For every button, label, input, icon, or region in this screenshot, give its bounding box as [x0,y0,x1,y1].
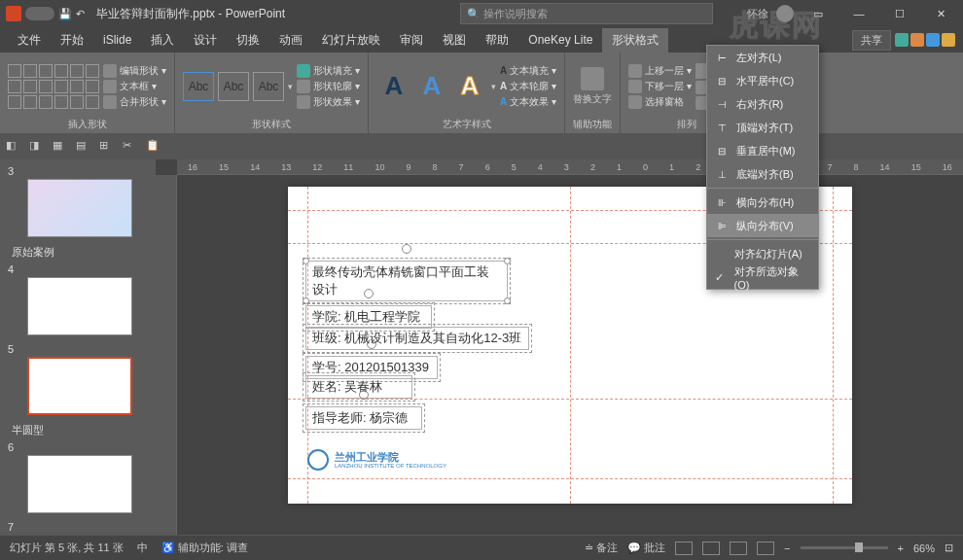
autosave-icon[interactable] [25,7,54,20]
qat-icon[interactable]: ▤ [76,139,91,155]
fit-to-window-icon[interactable]: ⊡ [945,542,953,554]
tab-onekey[interactable]: OneKey Lite [518,29,602,51]
align-center-h-item[interactable]: ⊟水平居中(C) [707,69,818,92]
sorter-view-icon[interactable] [702,542,720,555]
zoom-out-button[interactable]: − [784,542,790,554]
align-center-v-icon: ⊟ [715,144,729,158]
slide-counter[interactable]: 幻灯片 第 5 张, 共 11 张 [10,541,124,555]
align-to-slide-item[interactable]: 对齐幻灯片(A) [707,242,818,265]
shape-fill-button[interactable]: 形状填充 ▾ [297,64,360,78]
tab-slideshow[interactable]: 幻灯片放映 [312,28,390,52]
tab-file[interactable]: 文件 [8,28,51,52]
slide-thumbnail-panel[interactable]: 3 原始案例 4 5 半圆型 6 7 [0,159,156,535]
align-bottom-item[interactable]: ⊥底端对齐(B) [707,162,818,186]
save-icon[interactable]: 💾 [58,8,72,20]
rotate-handle-icon[interactable] [402,244,411,254]
tab-home[interactable]: 开始 [51,28,93,52]
edit-shape-button[interactable]: 编辑形状 ▾ [103,64,166,78]
tab-view[interactable]: 视图 [433,28,476,52]
shape-gallery[interactable] [8,64,99,109]
text-box[interactable]: 班级: 机械设计制造及其自动化12-3班 [305,327,529,350]
rotate-handle-icon[interactable] [367,339,376,349]
close-icon[interactable]: ✕ [924,0,957,27]
addon-icon[interactable] [910,33,924,47]
search-icon: 🔍 [467,8,481,20]
tab-animation[interactable]: 动画 [269,28,312,52]
text-fill-button[interactable]: A 文本填充 ▾ [500,64,556,78]
user-name[interactable]: 怀徐 [747,7,768,21]
tab-shape-format[interactable]: 形状格式 [602,28,668,52]
search-input[interactable]: 🔍 操作说明搜索 [460,3,713,24]
share-button[interactable]: 共享 [852,30,891,51]
rotate-handle-icon[interactable] [364,289,374,298]
align-center-v-item[interactable]: ⊟垂直居中(M) [707,139,818,162]
addon-icon[interactable] [942,33,955,47]
qat-icon[interactable]: ◨ [29,139,45,155]
distribute-v-item[interactable]: ⊫纵向分布(V) [707,214,818,237]
rotate-handle-icon[interactable] [359,390,369,400]
undo-icon[interactable]: ↶ [76,8,85,20]
addon-icon[interactable] [926,33,940,47]
shape-style-chip[interactable]: Abc [183,72,214,101]
merge-shape-button[interactable]: 合并形状 ▾ [103,95,166,109]
tab-help[interactable]: 帮助 [476,28,518,52]
shape-outline-button[interactable]: 形状轮廓 ▾ [297,80,360,93]
tab-islide[interactable]: iSlide [93,29,141,51]
text-box[interactable]: 指导老师: 杨宗德 [305,406,422,430]
maximize-icon[interactable]: ☐ [883,0,916,27]
zoom-in-button[interactable]: + [898,542,904,554]
shape-style-chip[interactable]: Abc [253,72,284,101]
reading-view-icon[interactable] [730,542,747,555]
group-label: 插入形状 [8,116,166,131]
shape-style-chip[interactable]: Abc [218,72,249,101]
section-label[interactable]: 半圆型 [12,423,148,438]
tab-transition[interactable]: 切换 [227,28,269,52]
language-indicator[interactable]: 中 [137,541,148,555]
tab-design[interactable]: 设计 [184,28,227,52]
slide-thumbnail[interactable] [27,455,132,513]
text-outline-button[interactable]: A 文本轮廓 ▾ [500,80,556,93]
align-right-item[interactable]: ⊣右对齐(R) [707,92,818,116]
text-effect-button[interactable]: A 文本效果 ▾ [500,95,556,109]
comments-button[interactable]: 💬 批注 [627,541,665,555]
align-top-item[interactable]: ⊤顶端对齐(T) [707,116,818,139]
wordart-gallery[interactable]: AAA [376,67,487,106]
qat-icon[interactable]: ▦ [53,139,68,155]
text-box-title[interactable]: 最终传动壳体精铣窗口平面工装设计 [305,261,508,301]
group-label: 形状样式 [183,116,360,131]
addon-icon[interactable] [895,33,909,47]
qat-icon[interactable]: ◧ [6,139,21,155]
slideshow-view-icon[interactable] [757,542,774,555]
zoom-slider[interactable] [801,546,888,549]
slide-thumbnail-selected[interactable] [27,357,132,415]
distribute-v-icon: ⊫ [715,219,729,232]
send-backward-button[interactable]: 下移一层 ▾ [628,80,692,93]
alt-text-button[interactable]: 替换文字 [573,67,612,106]
slide-canvas-area[interactable]: 16151413121110987654321012345678141516 最… [156,159,963,535]
bring-forward-button[interactable]: 上移一层 ▾ [628,64,692,78]
text-box-button[interactable]: 文本框 ▾ [103,80,166,93]
shape-effect-button[interactable]: 形状效果 ▾ [297,95,360,109]
ribbon-options-icon[interactable]: ▭ [802,0,835,27]
slide-thumbnail[interactable] [27,179,132,237]
selection-pane-button[interactable]: 选择窗格 [628,95,692,109]
qat-icon[interactable]: ✂ [123,139,138,155]
user-avatar[interactable] [776,5,794,22]
accessibility-status[interactable]: ♿ 辅助功能: 调查 [161,541,248,555]
distribute-h-item[interactable]: ⊪横向分布(H) [707,191,818,214]
tab-review[interactable]: 审阅 [390,28,433,52]
align-left-item[interactable]: ⊢左对齐(L) [707,46,818,69]
align-to-selection-item[interactable]: ✓对齐所选对象(O) [707,265,818,289]
qat-icon[interactable]: 📋 [146,139,161,155]
section-label[interactable]: 原始案例 [12,245,148,260]
qat-icon[interactable]: ⊞ [99,139,115,155]
horizontal-ruler: 16151413121110987654321012345678141516 [177,159,963,175]
minimize-icon[interactable]: — [842,0,875,27]
tab-insert[interactable]: 插入 [141,28,184,52]
title-bar: 💾 ↶ 毕业答辩封面制作.pptx - PowerPoint 🔍 操作说明搜索 … [0,0,963,27]
normal-view-icon[interactable] [675,542,693,555]
powerpoint-icon [6,6,21,21]
zoom-level[interactable]: 66% [913,542,935,554]
slide-thumbnail[interactable] [27,277,132,335]
notes-button[interactable]: ≐ 备注 [585,541,618,555]
